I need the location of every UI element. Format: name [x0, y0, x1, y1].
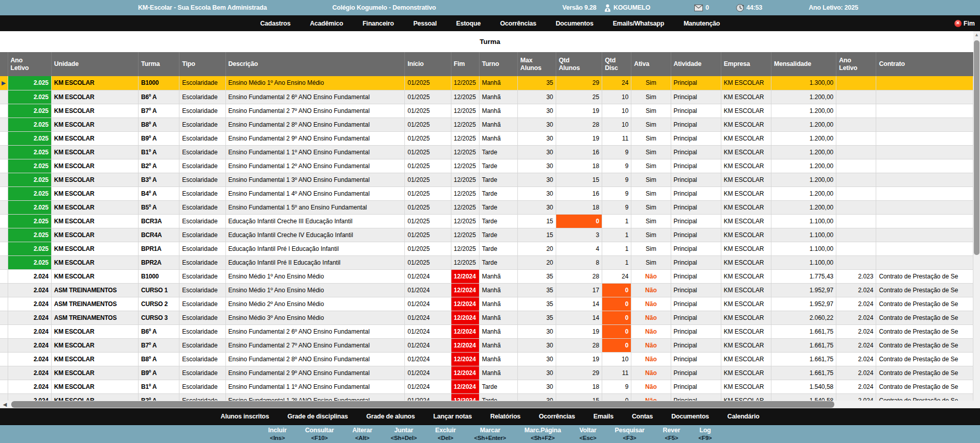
cell-qtd_alunos[interactable]: 29 [556, 76, 602, 90]
cell-atividade[interactable]: Principal [671, 297, 721, 311]
menu-item-acad-mico[interactable]: Acadêmico [310, 20, 343, 27]
cell-turno[interactable]: Tarde [479, 186, 517, 200]
table-row[interactable]: 2.024KM ESCOLARB9º AEscolaridadeEnsino F… [0, 366, 973, 380]
cell-tipo[interactable]: Escolaridade [179, 228, 225, 242]
cell-max[interactable]: 20 [517, 255, 556, 269]
cell-fim[interactable]: 12/2025 [451, 159, 479, 173]
cell-descricao[interactable]: Ensino Fundamental 2 9º ANO Ensino Funda… [225, 366, 405, 380]
cell-empresa[interactable]: KM ESCOLAR [721, 311, 771, 324]
cell-turno[interactable]: Tarde [479, 200, 517, 214]
cell-inicio[interactable]: 01/2024 [405, 269, 451, 283]
table-row[interactable]: 2.025KM ESCOLARB1º AEscolaridadeEnsino F… [0, 145, 973, 159]
cell-ano[interactable]: 2.025 [8, 76, 51, 90]
cell-atividade[interactable]: Principal [671, 145, 721, 159]
cell-fim[interactable]: 12/2024 [451, 352, 479, 366]
cell-max[interactable]: 30 [517, 145, 556, 159]
cell-max[interactable]: 20 [517, 242, 556, 255]
cell-mensalidade[interactable]: 1.200,00 [771, 104, 836, 118]
cell-ano2[interactable]: 2.024 [836, 366, 876, 380]
cell-ativa[interactable]: Não [631, 380, 671, 393]
cell-fim[interactable]: 12/2025 [451, 76, 479, 90]
cell-turno[interactable]: Manhã [479, 76, 517, 90]
key-button-marcar[interactable]: Marcar<Sh+Enter> [474, 427, 506, 442]
cell-atividade[interactable]: Principal [671, 255, 721, 269]
key-button-incluir[interactable]: Incluir<Ins> [268, 427, 287, 442]
cell-fim[interactable]: 12/2025 [451, 131, 479, 145]
cell-mensalidade[interactable]: 1.100,00 [771, 214, 836, 228]
menu-item-emails-whatsapp[interactable]: Emails/Whatsapp [613, 20, 665, 27]
cell-atividade[interactable]: Principal [671, 214, 721, 228]
cell-empresa[interactable]: KM ESCOLAR [721, 380, 771, 393]
cell-contrato[interactable] [876, 159, 973, 173]
cell-marker[interactable] [0, 173, 8, 186]
cell-inicio[interactable]: 01/2024 [405, 311, 451, 324]
cell-tipo[interactable]: Escolaridade [179, 242, 225, 255]
cell-qtd_alunos[interactable]: 18 [556, 200, 602, 214]
cell-unidade[interactable]: KM ESCOLAR [51, 352, 138, 366]
cell-tipo[interactable]: Escolaridade [179, 214, 225, 228]
cell-qtd_alunos[interactable]: 28 [556, 118, 602, 131]
column-header-empresa[interactable]: Empresa [721, 52, 771, 76]
cell-max[interactable]: 30 [517, 352, 556, 366]
cell-max[interactable]: 30 [517, 90, 556, 104]
cell-tipo[interactable]: Escolaridade [179, 366, 225, 380]
table-row[interactable]: 2.025KM ESCOLARB7º AEscolaridadeEnsino F… [0, 104, 973, 118]
cell-unidade[interactable]: ASM TREINAMENTOS [51, 311, 138, 324]
cell-marker[interactable]: ▶ [0, 76, 8, 90]
cell-ano2[interactable]: 2.023 [836, 269, 876, 283]
cell-max[interactable]: 15 [517, 214, 556, 228]
cell-turno[interactable]: Manhã [479, 269, 517, 283]
cell-ano2[interactable] [836, 118, 876, 131]
cell-descricao[interactable]: Ensino Médio 1º Ano Ensino Médio [225, 283, 405, 297]
cell-unidade[interactable]: KM ESCOLAR [51, 255, 138, 269]
table-row[interactable]: 2.025KM ESCOLARB8º AEscolaridadeEnsino F… [0, 118, 973, 131]
cell-atividade[interactable]: Principal [671, 173, 721, 186]
cell-tipo[interactable]: Escolaridade [179, 338, 225, 352]
cell-turno[interactable]: Manhã [479, 131, 517, 145]
cell-fim[interactable]: 12/2025 [451, 255, 479, 269]
cell-empresa[interactable]: KM ESCOLAR [721, 159, 771, 173]
table-row[interactable]: 2.025KM ESCOLARBCR3AEscolaridadeEducação… [0, 214, 973, 228]
cell-qtd_alunos[interactable]: 4 [556, 242, 602, 255]
cell-tipo[interactable]: Escolaridade [179, 283, 225, 297]
cell-qtd_alunos[interactable]: 18 [556, 380, 602, 393]
cell-max[interactable]: 35 [517, 269, 556, 283]
cell-ativa[interactable]: Sim [631, 104, 671, 118]
column-header-contrato[interactable]: Contrato [876, 52, 973, 76]
cell-fim[interactable]: 12/2024 [451, 283, 479, 297]
cell-marker[interactable] [0, 242, 8, 255]
cell-ano[interactable]: 2.025 [8, 131, 51, 145]
cell-mensalidade[interactable]: 2.060,22 [771, 311, 836, 324]
cell-unidade[interactable]: KM ESCOLAR [51, 145, 138, 159]
key-button-juntar[interactable]: Juntar<Sh+Del> [391, 427, 417, 442]
cell-qtd_alunos[interactable]: 14 [556, 311, 602, 324]
cell-tipo[interactable]: Escolaridade [179, 380, 225, 393]
menu-item-estoque[interactable]: Estoque [456, 20, 481, 27]
cell-turno[interactable]: Manhã [479, 104, 517, 118]
cell-turma[interactable]: BCR4A [139, 228, 179, 242]
cell-mensalidade[interactable]: 1.100,00 [771, 242, 836, 255]
cell-tipo[interactable]: Escolaridade [179, 145, 225, 159]
cell-qtd_alunos[interactable]: 16 [556, 145, 602, 159]
cell-ano2[interactable]: 2.024 [836, 324, 876, 338]
cell-tipo[interactable]: Escolaridade [179, 186, 225, 200]
cell-ativa[interactable]: Sim [631, 242, 671, 255]
cell-descricao[interactable]: Educação Infantil Pré I Educação Infanti… [225, 242, 405, 255]
cell-turma[interactable]: BCR3A [139, 214, 179, 228]
cell-inicio[interactable]: 01/2025 [405, 131, 451, 145]
cell-turma[interactable]: BPR1A [139, 242, 179, 255]
cell-turno[interactable]: Tarde [479, 145, 517, 159]
cell-mensalidade[interactable]: 1.200,00 [771, 186, 836, 200]
cell-marker[interactable] [0, 283, 8, 297]
cell-marker[interactable] [0, 380, 8, 393]
cell-descricao[interactable]: Ensino Fundamental 2 8º ANO Ensino Funda… [225, 118, 405, 131]
cell-ano2[interactable] [836, 76, 876, 90]
cell-ativa[interactable]: Não [631, 311, 671, 324]
cell-turno[interactable]: Manhã [479, 118, 517, 131]
cell-atividade[interactable]: Principal [671, 104, 721, 118]
cell-empresa[interactable]: KM ESCOLAR [721, 366, 771, 380]
cell-qtd_disc[interactable]: 1 [602, 255, 631, 269]
column-header-turma[interactable]: Turma [139, 52, 179, 76]
cell-ativa[interactable]: Sim [631, 145, 671, 159]
cell-descricao[interactable]: Ensino Fundamental 2 8º ANO Ensino Funda… [225, 352, 405, 366]
